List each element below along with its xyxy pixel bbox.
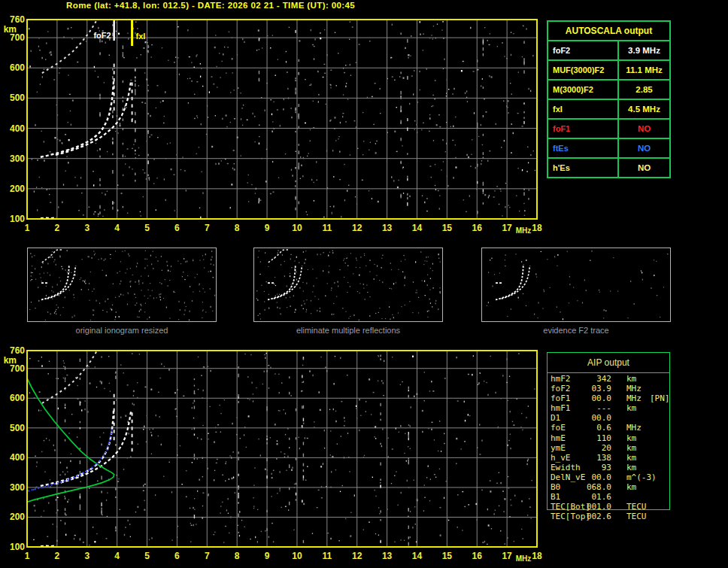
autoscala-param-label: foF2 [548, 41, 619, 59]
aip-row: DelN_vE00.0m^(-3) [548, 472, 669, 482]
svg-text:18: 18 [532, 551, 542, 561]
aip-row: hmF2342km [548, 374, 669, 384]
aip-row: B101.6 [548, 492, 669, 502]
aip-table: hmF2342kmfoF203.9MHzfoF100.0MHz[PN]hmF1-… [548, 374, 669, 521]
aip-row: ymE20km [548, 443, 669, 453]
mini-panel-caption: evidence F2 trace [481, 326, 671, 335]
autoscala-param-label: M(3000)F2 [548, 80, 619, 99]
mini-panel-caption: eliminate multiple reflections [253, 326, 443, 335]
svg-text:15: 15 [442, 551, 453, 561]
autoscala-row: M(3000)F22.85 [548, 80, 669, 100]
svg-text:9: 9 [265, 551, 270, 561]
svg-text:200: 200 [10, 184, 25, 194]
autoscala-table: AUTOSCALA output foF23.9 MHzMUF(3000)F21… [547, 20, 671, 178]
autoscala-param-value: NO [619, 139, 669, 157]
svg-text:11: 11 [322, 551, 332, 561]
autoscala-param-label: h'Es [548, 159, 619, 177]
svg-text:6: 6 [174, 551, 180, 561]
svg-text:4: 4 [114, 551, 120, 561]
aip-row: hmF1---km [548, 403, 669, 413]
svg-text:400: 400 [10, 452, 25, 463]
svg-text:km: km [4, 355, 17, 366]
svg-text:760: 760 [10, 345, 25, 356]
svg-text:12: 12 [352, 223, 362, 233]
svg-text:MHz: MHz [516, 554, 532, 563]
svg-text:300: 300 [10, 153, 25, 164]
mini-panel-no-reflections [253, 248, 443, 322]
autoscala-param-value: NO [619, 120, 669, 138]
aip-table-header: AIP output [548, 353, 669, 373]
mini-panel-f2-trace [481, 248, 671, 322]
svg-text:500: 500 [10, 93, 25, 103]
svg-text:16: 16 [472, 223, 483, 233]
svg-text:17: 17 [502, 551, 512, 561]
aip-row: hmE110km [548, 433, 669, 443]
svg-text:7: 7 [205, 551, 210, 561]
svg-text:7: 7 [205, 223, 210, 233]
autoscala-param-value: 2.85 [619, 80, 669, 99]
svg-text:14: 14 [412, 551, 423, 561]
autoscala-row: ftEsNO [548, 139, 669, 159]
aip-row: TEC[Bot]001.0TECU [548, 502, 669, 512]
svg-text:1: 1 [25, 551, 30, 561]
svg-text:8: 8 [235, 551, 240, 561]
svg-text:18: 18 [532, 223, 542, 233]
autoscala-row: MUF(3000)F211.1 MHz [548, 61, 669, 80]
aip-row: foE0.6MHz [548, 423, 669, 433]
svg-text:3: 3 [84, 551, 89, 561]
svg-text:2: 2 [55, 223, 60, 233]
mini-panel-caption: original ionogram resized [27, 326, 217, 335]
aip-row: TEC[Top]002.6TECU [548, 512, 669, 521]
autoscala-row: h'EsNO [548, 159, 669, 177]
svg-text:6: 6 [174, 223, 180, 233]
svg-text:2: 2 [55, 551, 60, 561]
aip-row: foF203.9MHz [548, 384, 669, 393]
svg-text:10: 10 [292, 223, 302, 233]
svg-text:100: 100 [10, 542, 25, 552]
svg-text:16: 16 [472, 551, 483, 561]
autoscala-param-label: foF1 [548, 120, 619, 138]
svg-text:MHz: MHz [516, 226, 532, 235]
aip-row: D100.0 [548, 413, 669, 423]
svg-text:760: 760 [10, 14, 25, 25]
svg-text:5: 5 [144, 551, 150, 561]
svg-text:8: 8 [235, 223, 240, 233]
svg-text:12: 12 [352, 551, 362, 561]
autoscala-table-rows: foF23.9 MHzMUF(3000)F211.1 MHzM(3000)F22… [548, 41, 669, 177]
svg-text:3: 3 [84, 223, 89, 233]
svg-text:600: 600 [10, 62, 25, 73]
svg-text:200: 200 [10, 512, 25, 522]
svg-text:9: 9 [265, 223, 270, 233]
autoscala-screen: Rome (lat: +41.8, lon: 012.5) - DATE: 20… [0, 0, 728, 568]
mini-panel-original [27, 248, 217, 322]
autoscala-table-header: AUTOSCALA output [548, 22, 669, 41]
svg-text:15: 15 [442, 223, 453, 233]
svg-text:5: 5 [144, 223, 150, 233]
autoscala-param-value: 11.1 MHz [619, 61, 669, 79]
svg-text:1: 1 [25, 223, 30, 233]
autoscala-param-label: ftEs [548, 139, 619, 157]
svg-text:11: 11 [322, 223, 332, 233]
autoscala-row: foF23.9 MHz [548, 41, 669, 61]
autoscala-param-value: NO [619, 159, 669, 177]
svg-text:13: 13 [382, 223, 393, 233]
autoscala-row: foF1NO [548, 120, 669, 139]
svg-text:14: 14 [412, 223, 423, 233]
top-ionogram-plot: foF2fxI760700600500400300200100km1234567… [0, 12, 549, 247]
svg-text:17: 17 [502, 223, 512, 233]
svg-text:100: 100 [10, 214, 25, 224]
svg-text:foF2: foF2 [93, 31, 111, 40]
autoscala-param-value: 3.9 MHz [619, 41, 669, 59]
svg-text:fxI: fxI [136, 32, 146, 41]
page-title: Rome (lat: +41.8, lon: 012.5) - DATE: 20… [66, 1, 355, 10]
autoscala-row: fxI4.5 MHz [548, 100, 669, 120]
autoscala-param-label: MUF(3000)F2 [548, 61, 619, 79]
svg-text:500: 500 [10, 423, 25, 433]
svg-text:13: 13 [382, 551, 393, 561]
svg-text:4: 4 [114, 223, 120, 233]
aip-row: h_vE138km [548, 453, 669, 463]
bottom-ionogram-plot: 760700600500400300200100km12345678910111… [0, 343, 549, 568]
svg-text:km: km [4, 24, 17, 35]
svg-text:300: 300 [10, 482, 25, 493]
svg-text:600: 600 [10, 393, 25, 403]
